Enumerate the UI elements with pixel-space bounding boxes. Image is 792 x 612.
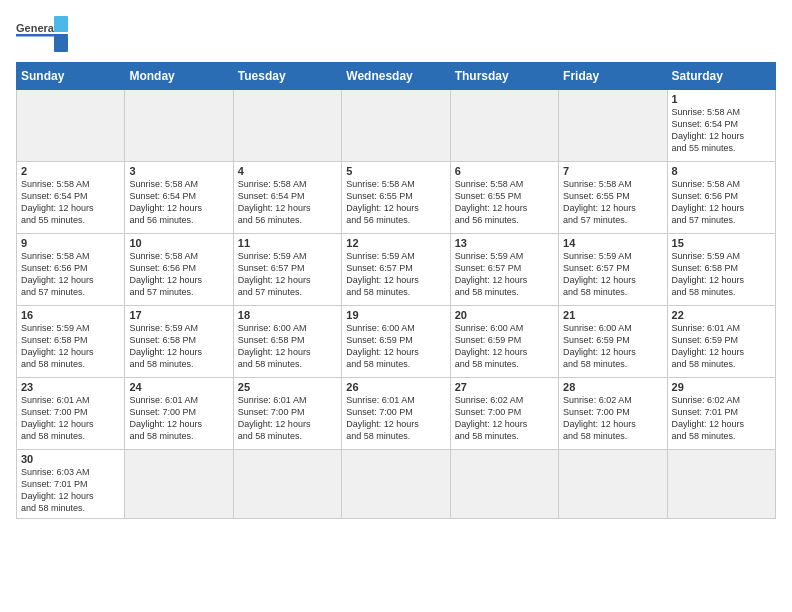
calendar-cell: 17Sunrise: 5:59 AMSunset: 6:58 PMDayligh… [125, 306, 233, 378]
calendar-cell [233, 450, 341, 519]
day-number: 6 [455, 165, 554, 177]
calendar-cell: 28Sunrise: 6:02 AMSunset: 7:00 PMDayligh… [559, 378, 667, 450]
day-info: Sunrise: 6:03 AMSunset: 7:01 PMDaylight:… [21, 466, 120, 515]
day-info: Sunrise: 5:58 AMSunset: 6:56 PMDaylight:… [21, 250, 120, 299]
day-info: Sunrise: 5:59 AMSunset: 6:58 PMDaylight:… [129, 322, 228, 371]
calendar-cell: 14Sunrise: 5:59 AMSunset: 6:57 PMDayligh… [559, 234, 667, 306]
calendar-cell: 9Sunrise: 5:58 AMSunset: 6:56 PMDaylight… [17, 234, 125, 306]
day-info: Sunrise: 5:58 AMSunset: 6:56 PMDaylight:… [672, 178, 771, 227]
calendar-cell [559, 90, 667, 162]
day-number: 7 [563, 165, 662, 177]
calendar-week-row: 16Sunrise: 5:59 AMSunset: 6:58 PMDayligh… [17, 306, 776, 378]
day-number: 17 [129, 309, 228, 321]
day-info: Sunrise: 6:00 AMSunset: 6:59 PMDaylight:… [346, 322, 445, 371]
calendar-cell [667, 450, 775, 519]
calendar-cell [450, 450, 558, 519]
calendar-cell: 19Sunrise: 6:00 AMSunset: 6:59 PMDayligh… [342, 306, 450, 378]
calendar-cell: 25Sunrise: 6:01 AMSunset: 7:00 PMDayligh… [233, 378, 341, 450]
day-info: Sunrise: 6:02 AMSunset: 7:00 PMDaylight:… [563, 394, 662, 443]
day-info: Sunrise: 5:58 AMSunset: 6:55 PMDaylight:… [563, 178, 662, 227]
calendar-cell: 24Sunrise: 6:01 AMSunset: 7:00 PMDayligh… [125, 378, 233, 450]
day-number: 19 [346, 309, 445, 321]
calendar-week-row: 30Sunrise: 6:03 AMSunset: 7:01 PMDayligh… [17, 450, 776, 519]
calendar-cell: 8Sunrise: 5:58 AMSunset: 6:56 PMDaylight… [667, 162, 775, 234]
calendar-cell: 4Sunrise: 5:58 AMSunset: 6:54 PMDaylight… [233, 162, 341, 234]
logo: General [16, 16, 70, 54]
day-number: 25 [238, 381, 337, 393]
day-number: 14 [563, 237, 662, 249]
calendar-cell: 12Sunrise: 5:59 AMSunset: 6:57 PMDayligh… [342, 234, 450, 306]
svg-text:General: General [16, 22, 57, 34]
day-number: 23 [21, 381, 120, 393]
calendar-cell: 15Sunrise: 5:59 AMSunset: 6:58 PMDayligh… [667, 234, 775, 306]
day-info: Sunrise: 6:02 AMSunset: 7:01 PMDaylight:… [672, 394, 771, 443]
day-info: Sunrise: 5:58 AMSunset: 6:55 PMDaylight:… [455, 178, 554, 227]
calendar-cell: 23Sunrise: 6:01 AMSunset: 7:00 PMDayligh… [17, 378, 125, 450]
calendar-cell [342, 90, 450, 162]
calendar-cell: 2Sunrise: 5:58 AMSunset: 6:54 PMDaylight… [17, 162, 125, 234]
calendar-cell: 18Sunrise: 6:00 AMSunset: 6:58 PMDayligh… [233, 306, 341, 378]
weekday-header-tuesday: Tuesday [233, 63, 341, 90]
calendar-week-row: 1Sunrise: 5:58 AMSunset: 6:54 PMDaylight… [17, 90, 776, 162]
day-number: 11 [238, 237, 337, 249]
day-number: 16 [21, 309, 120, 321]
day-info: Sunrise: 5:59 AMSunset: 6:57 PMDaylight:… [563, 250, 662, 299]
day-number: 4 [238, 165, 337, 177]
day-number: 8 [672, 165, 771, 177]
calendar-cell: 13Sunrise: 5:59 AMSunset: 6:57 PMDayligh… [450, 234, 558, 306]
day-number: 2 [21, 165, 120, 177]
day-number: 26 [346, 381, 445, 393]
calendar-cell: 29Sunrise: 6:02 AMSunset: 7:01 PMDayligh… [667, 378, 775, 450]
day-number: 27 [455, 381, 554, 393]
calendar-cell: 20Sunrise: 6:00 AMSunset: 6:59 PMDayligh… [450, 306, 558, 378]
svg-rect-2 [54, 16, 68, 32]
day-number: 9 [21, 237, 120, 249]
day-number: 28 [563, 381, 662, 393]
calendar-cell: 1Sunrise: 5:58 AMSunset: 6:54 PMDaylight… [667, 90, 775, 162]
weekday-header-wednesday: Wednesday [342, 63, 450, 90]
day-info: Sunrise: 6:00 AMSunset: 6:59 PMDaylight:… [455, 322, 554, 371]
weekday-header-saturday: Saturday [667, 63, 775, 90]
calendar-cell [450, 90, 558, 162]
day-info: Sunrise: 5:58 AMSunset: 6:54 PMDaylight:… [21, 178, 120, 227]
weekday-header-friday: Friday [559, 63, 667, 90]
day-info: Sunrise: 5:58 AMSunset: 6:54 PMDaylight:… [238, 178, 337, 227]
day-number: 30 [21, 453, 120, 465]
day-number: 18 [238, 309, 337, 321]
calendar-cell: 7Sunrise: 5:58 AMSunset: 6:55 PMDaylight… [559, 162, 667, 234]
day-info: Sunrise: 6:01 AMSunset: 6:59 PMDaylight:… [672, 322, 771, 371]
day-info: Sunrise: 5:58 AMSunset: 6:54 PMDaylight:… [129, 178, 228, 227]
calendar-cell: 27Sunrise: 6:02 AMSunset: 7:00 PMDayligh… [450, 378, 558, 450]
calendar-cell: 10Sunrise: 5:58 AMSunset: 6:56 PMDayligh… [125, 234, 233, 306]
day-number: 3 [129, 165, 228, 177]
weekday-header-row: SundayMondayTuesdayWednesdayThursdayFrid… [17, 63, 776, 90]
weekday-header-monday: Monday [125, 63, 233, 90]
day-number: 29 [672, 381, 771, 393]
day-info: Sunrise: 5:59 AMSunset: 6:57 PMDaylight:… [238, 250, 337, 299]
day-info: Sunrise: 6:01 AMSunset: 7:00 PMDaylight:… [238, 394, 337, 443]
day-number: 21 [563, 309, 662, 321]
day-number: 1 [672, 93, 771, 105]
day-number: 22 [672, 309, 771, 321]
day-info: Sunrise: 6:02 AMSunset: 7:00 PMDaylight:… [455, 394, 554, 443]
weekday-header-thursday: Thursday [450, 63, 558, 90]
calendar-cell [17, 90, 125, 162]
day-number: 12 [346, 237, 445, 249]
day-info: Sunrise: 5:58 AMSunset: 6:54 PMDaylight:… [672, 106, 771, 155]
day-info: Sunrise: 5:58 AMSunset: 6:56 PMDaylight:… [129, 250, 228, 299]
calendar-cell: 3Sunrise: 5:58 AMSunset: 6:54 PMDaylight… [125, 162, 233, 234]
day-info: Sunrise: 5:59 AMSunset: 6:58 PMDaylight:… [672, 250, 771, 299]
calendar-week-row: 23Sunrise: 6:01 AMSunset: 7:00 PMDayligh… [17, 378, 776, 450]
calendar-cell [559, 450, 667, 519]
svg-rect-3 [54, 36, 68, 52]
day-info: Sunrise: 5:58 AMSunset: 6:55 PMDaylight:… [346, 178, 445, 227]
day-info: Sunrise: 5:59 AMSunset: 6:57 PMDaylight:… [455, 250, 554, 299]
calendar-table: SundayMondayTuesdayWednesdayThursdayFrid… [16, 62, 776, 519]
calendar-cell: 5Sunrise: 5:58 AMSunset: 6:55 PMDaylight… [342, 162, 450, 234]
calendar-cell: 6Sunrise: 5:58 AMSunset: 6:55 PMDaylight… [450, 162, 558, 234]
day-info: Sunrise: 6:01 AMSunset: 7:00 PMDaylight:… [346, 394, 445, 443]
calendar-cell [233, 90, 341, 162]
calendar-cell: 26Sunrise: 6:01 AMSunset: 7:00 PMDayligh… [342, 378, 450, 450]
page-header: General [16, 16, 776, 54]
day-number: 15 [672, 237, 771, 249]
